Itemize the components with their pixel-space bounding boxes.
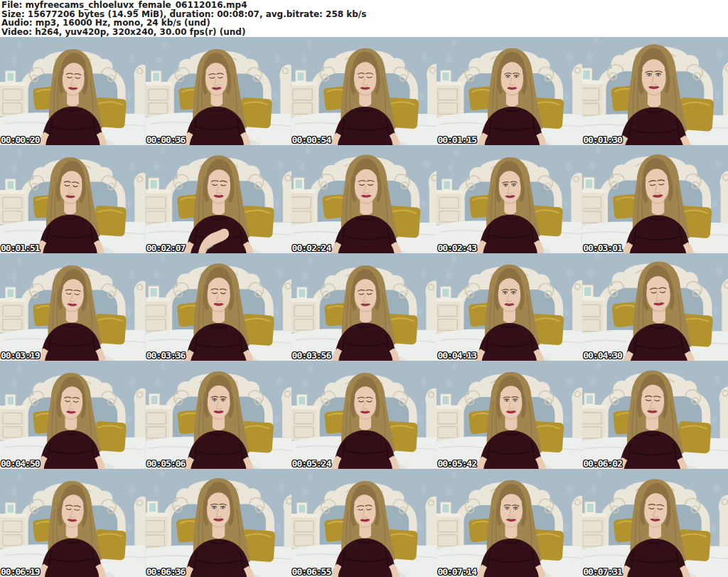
timestamp-label: 00:03:19	[1, 350, 40, 361]
webcam-frame-illustration	[0, 253, 146, 361]
timestamp-label: 00:03:36	[146, 350, 186, 361]
timestamp-label: 00:01:51	[1, 243, 40, 253]
webcam-frame-illustration	[437, 469, 582, 577]
webcam-frame-illustration	[291, 361, 437, 469]
thumbnail: 00:07:14	[437, 469, 582, 577]
file-info-video-line: Video: h264, yuv420p, 320x240, 30.00 fps…	[1, 28, 728, 37]
file-info-header: File: myfreecams_chloeluvx_female_061120…	[0, 0, 728, 37]
webcam-frame-illustration	[291, 37, 437, 145]
webcam-frame-illustration	[437, 37, 582, 145]
thumbnail: 00:03:56	[291, 253, 437, 361]
timestamp-label: 00:07:14	[437, 566, 476, 577]
webcam-frame-illustration	[146, 253, 291, 361]
timestamp-label: 00:06:36	[146, 566, 186, 577]
webcam-frame-illustration	[291, 469, 437, 577]
webcam-frame-illustration	[146, 469, 291, 577]
bed-post	[425, 497, 437, 546]
webcam-frame-illustration	[582, 145, 728, 253]
bed-post	[282, 279, 291, 330]
bed-post	[572, 280, 583, 330]
webcam-frame-illustration	[582, 37, 728, 145]
webcam-frame-illustration	[0, 145, 146, 253]
timestamp-label: 00:06:02	[583, 458, 622, 469]
timestamp-label: 00:06:55	[292, 566, 331, 577]
timestamp-label: 00:00:20	[1, 134, 40, 145]
thumbnail: 00:01:30	[582, 37, 728, 145]
timestamp-label: 00:05:24	[292, 458, 331, 469]
timestamp-label: 00:05:06	[146, 458, 186, 469]
webcam-frame-illustration	[146, 37, 291, 145]
webcam-frame-illustration	[0, 469, 146, 577]
thumbnail: 00:04:13	[437, 253, 582, 361]
bed-post	[282, 171, 291, 223]
bed-post	[425, 388, 437, 438]
bed-post	[722, 278, 728, 332]
timestamp-label: 00:03:56	[292, 350, 331, 361]
bed-post	[720, 171, 728, 223]
thumbnail: 00:05:06	[146, 361, 291, 469]
bed-post	[134, 172, 145, 221]
timestamp-label: 00:02:24	[292, 243, 331, 253]
webcam-frame-illustration	[437, 145, 582, 253]
webcam-frame-illustration	[437, 253, 582, 361]
thumbnail: 00:06:55	[291, 469, 437, 577]
thumbnail: 00:03:01	[582, 145, 728, 253]
thumbnail: 00:00:54	[291, 37, 437, 145]
timestamp-label: 00:04:13	[437, 350, 476, 361]
timestamp-label: 00:01:15	[437, 134, 476, 145]
thumbnail: 00:01:15	[437, 37, 582, 145]
timestamp-label: 00:02:43	[437, 243, 476, 253]
bed-post	[719, 495, 728, 546]
thumbnail: 00:06:19	[0, 469, 146, 577]
contact-sheet: File: myfreecams_chloeluvx_female_061120…	[0, 0, 728, 577]
timestamp-label: 00:00:36	[146, 134, 186, 145]
thumbnail: 00:06:36	[146, 469, 291, 577]
thumbnail: 00:04:50	[0, 361, 146, 469]
timestamp-label: 00:03:01	[583, 243, 622, 253]
thumbnail-grid: 00:00:20	[0, 37, 728, 577]
bed-post	[572, 64, 583, 115]
webcam-frame-illustration	[146, 361, 291, 469]
bed-post	[572, 496, 583, 546]
webcam-frame-illustration	[437, 361, 582, 469]
bed-post	[134, 388, 145, 438]
file-info-audio-line: Audio: mp3, 16000 Hz, mono, 24 kb/s (und…	[1, 18, 728, 28]
timestamp-label: 00:00:54	[292, 134, 331, 145]
bed-post	[425, 280, 437, 329]
thumbnail: 00:02:07	[146, 145, 291, 253]
thumbnail: 00:07:31	[582, 469, 728, 577]
thumbnail: 00:06:02	[582, 361, 728, 469]
webcam-frame-illustration	[0, 361, 146, 469]
webcam-frame-illustration	[146, 145, 291, 253]
thumbnail: 00:00:36	[146, 37, 291, 145]
thumbnail: 00:01:51	[0, 145, 146, 253]
thumbnail: 00:05:24	[291, 361, 437, 469]
bed-post	[134, 280, 145, 329]
thumbnail: 00:02:43	[437, 145, 582, 253]
file-info-file-line: File: myfreecams_chloeluvx_female_061120…	[1, 1, 728, 10]
timestamp-label: 00:04:50	[1, 458, 40, 469]
thumbnail: 00:05:42	[437, 361, 582, 469]
webcam-frame-illustration	[0, 37, 146, 145]
bed-post	[427, 64, 437, 115]
bed-post	[719, 387, 728, 439]
thumbnail: 00:04:30	[582, 253, 728, 361]
bed-post	[283, 494, 291, 546]
timestamp-label: 00:05:42	[437, 458, 476, 469]
thumbnail: 00:00:20	[0, 37, 146, 145]
bed-post	[134, 497, 145, 546]
timestamp-label: 00:06:19	[1, 566, 40, 577]
webcam-frame-illustration	[582, 253, 728, 361]
webcam-frame-illustration	[582, 361, 728, 469]
webcam-frame-illustration	[291, 253, 437, 361]
timestamp-label: 00:07:31	[583, 566, 622, 577]
timestamp-label: 00:01:30	[583, 134, 622, 145]
bed-post	[282, 388, 291, 438]
bed-post	[571, 172, 582, 221]
bed-post	[572, 388, 583, 438]
bed-post	[134, 65, 145, 114]
thumbnail: 00:03:36	[146, 253, 291, 361]
bed-post	[428, 171, 437, 223]
timestamp-label: 00:04:30	[583, 350, 622, 361]
thumbnail: 00:03:19	[0, 253, 146, 361]
